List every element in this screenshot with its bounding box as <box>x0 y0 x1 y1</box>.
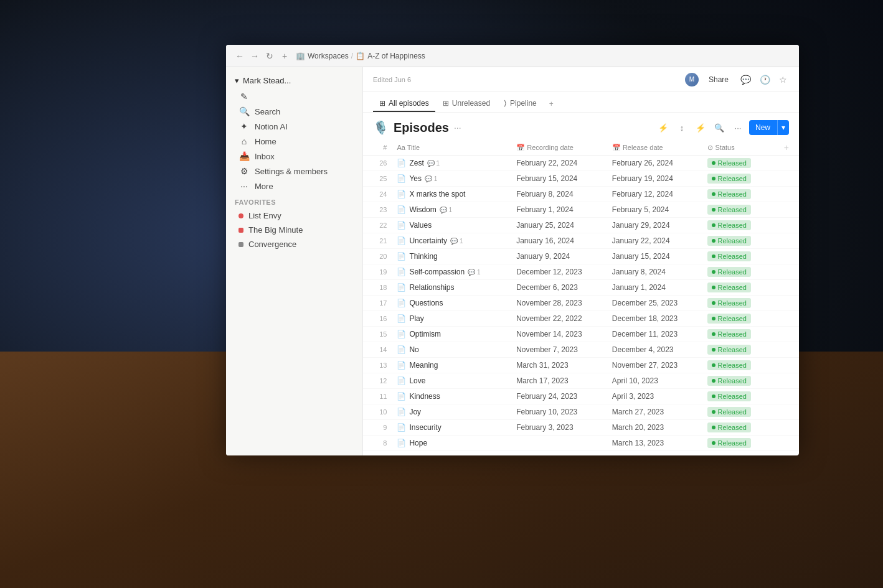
col-header-status[interactable]: ⊙ Status <box>702 140 773 156</box>
share-button[interactable]: Share <box>704 73 734 86</box>
sidebar-user-header[interactable]: ▾ Mark Stead... <box>226 72 362 89</box>
episode-title-cell[interactable]: 📄 Kindness <box>392 389 511 404</box>
episode-title-cell[interactable]: 📄 Values <box>392 218 511 233</box>
sort-button[interactable]: ↕ <box>674 120 689 135</box>
sidebar-item-notion-ai[interactable]: ✦ Notion AI <box>230 119 359 134</box>
tab-pipeline[interactable]: ⟩ Pipeline <box>498 96 543 112</box>
col-header-add[interactable]: + <box>774 140 799 156</box>
col-header-release-date[interactable]: 📅 Release date <box>607 140 703 156</box>
episode-status-cell[interactable]: Released <box>702 436 773 451</box>
table-row[interactable]: 20 📄 Thinking January 9, 2024 January 15… <box>363 249 799 264</box>
episode-status-cell[interactable]: Released <box>702 202 773 218</box>
list-envy-dot <box>238 213 243 218</box>
episode-title-cell[interactable]: 📄 Insecurity <box>392 420 511 436</box>
more-options-button[interactable]: ··· <box>730 120 745 135</box>
add-view-button[interactable]: + <box>544 97 559 111</box>
episode-title-cell[interactable]: 📄 Meaning <box>392 358 511 373</box>
sidebar-item-big-minute[interactable]: The Big Minute <box>230 223 359 237</box>
episodes-table-container[interactable]: # Aa Title 📅 Recording date � <box>363 140 799 455</box>
episode-status-cell[interactable]: Released <box>702 373 773 389</box>
hash-icon: # <box>383 144 387 151</box>
sidebar-item-inbox[interactable]: 📥 Inbox <box>230 149 359 164</box>
episode-status-cell[interactable]: Released <box>702 249 773 264</box>
episode-title-cell[interactable]: 📄 Optimism <box>392 327 511 342</box>
table-row[interactable]: 14 📄 No November 7, 2023 December 4, 202… <box>363 342 799 358</box>
tab-unreleased[interactable]: ⊞ Unreleased <box>437 96 496 112</box>
lightning-button[interactable]: ⚡ <box>693 120 708 135</box>
episode-title-cell[interactable]: 📄 Joy <box>392 404 511 420</box>
episode-status-cell[interactable]: Released <box>702 264 773 280</box>
episode-title-cell[interactable]: 📄 Yes 💬 1 <box>392 171 511 187</box>
episode-status-cell[interactable]: Released <box>702 404 773 420</box>
filter-button[interactable]: ⚡ <box>656 120 671 135</box>
episode-status-cell[interactable]: Released <box>702 389 773 404</box>
table-row[interactable]: 24 📄 X marks the spot February 8, 2024 F… <box>363 187 799 202</box>
forward-button[interactable]: → <box>248 50 261 62</box>
page-breadcrumb-title[interactable]: A-Z of Happiness <box>367 52 425 60</box>
table-row[interactable]: 22 📄 Values January 25, 2024 January 29,… <box>363 218 799 233</box>
episode-status-cell[interactable]: Released <box>702 327 773 342</box>
episode-title-cell[interactable]: 📄 Zest 💬 1 <box>392 156 511 171</box>
back-button[interactable]: ← <box>234 50 246 62</box>
comments-icon[interactable]: 💬 <box>739 73 753 86</box>
episode-status-cell[interactable]: Released <box>702 296 773 311</box>
episode-status-cell[interactable]: Released <box>702 187 773 202</box>
add-tab-button[interactable]: + <box>278 50 291 62</box>
episode-title-cell[interactable]: 📄 Questions <box>392 296 511 311</box>
sidebar-item-list-envy[interactable]: List Envy <box>230 208 359 223</box>
sidebar-item-search[interactable]: 🔍 Search <box>230 104 359 119</box>
episode-title-cell[interactable]: 📄 Play <box>392 311 511 327</box>
table-row[interactable]: 9 📄 Insecurity February 3, 2023 March 20… <box>363 420 799 436</box>
table-row[interactable]: 8 📄 Hope March 13, 2023 Released <box>363 436 799 451</box>
episode-title-cell[interactable]: 📄 X marks the spot <box>392 187 511 202</box>
table-row[interactable]: 15 📄 Optimism November 14, 2023 December… <box>363 327 799 342</box>
new-button-arrow[interactable]: ▾ <box>777 120 789 135</box>
db-options-icon[interactable]: ··· <box>454 123 461 133</box>
table-row[interactable]: 21 📄 Uncertainty 💬 1 January 16, 2024 Ja… <box>363 233 799 249</box>
search-button[interactable]: 🔍 <box>712 120 727 135</box>
reload-button[interactable]: ↻ <box>263 50 276 62</box>
table-row[interactable]: 10 📄 Joy February 10, 2023 March 27, 202… <box>363 404 799 420</box>
table-row[interactable]: 17 📄 Questions November 28, 2023 Decembe… <box>363 296 799 311</box>
add-column-button[interactable]: + <box>779 141 794 154</box>
episode-status-cell[interactable]: Released <box>702 420 773 436</box>
tab-all-episodes[interactable]: ⊞ All episodes <box>373 96 435 112</box>
episode-status-cell[interactable]: Released <box>702 311 773 327</box>
table-row[interactable]: 11 📄 Kindness February 24, 2023 April 3,… <box>363 389 799 404</box>
col-header-title[interactable]: Aa Title <box>392 140 511 156</box>
episode-status-cell[interactable]: Released <box>702 171 773 187</box>
episode-title-cell[interactable]: 📄 Uncertainty 💬 1 <box>392 233 511 249</box>
episode-status-cell[interactable]: Released <box>702 156 773 171</box>
episode-title-cell[interactable]: 📄 Wisdom 💬 1 <box>392 202 511 218</box>
table-row[interactable]: 12 📄 Love March 17, 2023 April 10, 2023 … <box>363 373 799 389</box>
episode-title-cell[interactable]: 📄 No <box>392 342 511 358</box>
table-row[interactable]: 23 📄 Wisdom 💬 1 February 1, 2024 Februar… <box>363 202 799 218</box>
sidebar-item-settings[interactable]: ⚙ Settings & members <box>230 164 359 179</box>
table-row[interactable]: 16 📄 Play November 22, 2022 December 18,… <box>363 311 799 327</box>
table-row[interactable]: 13 📄 Meaning March 31, 2023 November 27,… <box>363 358 799 373</box>
episode-title-cell[interactable]: 📄 Thinking <box>392 249 511 264</box>
episode-status-cell[interactable]: Released <box>702 280 773 296</box>
episode-status-cell[interactable]: Released <box>702 342 773 358</box>
workspaces-label[interactable]: Workspaces <box>308 52 349 60</box>
episode-status-cell[interactable]: Released <box>702 233 773 249</box>
episode-status-cell[interactable]: Released <box>702 358 773 373</box>
sidebar-item-convergence[interactable]: Convergence <box>230 237 359 251</box>
history-icon[interactable]: 🕐 <box>758 73 772 86</box>
episode-title-cell[interactable]: 📄 Self-compassion 💬 1 <box>392 264 511 280</box>
table-row[interactable]: 18 📄 Relationships December 6, 2023 Janu… <box>363 280 799 296</box>
col-header-recording-date[interactable]: 📅 Recording date <box>511 140 607 156</box>
favorite-icon[interactable]: ☆ <box>777 73 789 86</box>
new-record-button[interactable]: New ▾ <box>749 120 789 135</box>
sidebar-item-home[interactable]: ⌂ Home <box>230 134 359 149</box>
table-row[interactable]: 19 📄 Self-compassion 💬 1 December 12, 20… <box>363 264 799 280</box>
sidebar-item-edit[interactable]: ✎ <box>230 89 359 104</box>
sidebar-item-more[interactable]: ··· More <box>230 179 359 194</box>
episode-title-cell[interactable]: 📄 Hope <box>392 436 511 451</box>
episode-status-cell[interactable]: Released <box>702 218 773 233</box>
episode-title-cell[interactable]: 📄 Love <box>392 373 511 389</box>
table-row[interactable]: 25 📄 Yes 💬 1 February 15, 2024 February … <box>363 171 799 187</box>
table-row[interactable]: 26 📄 Zest 💬 1 February 22, 2024 February… <box>363 156 799 171</box>
page-icon: 📄 <box>397 283 406 292</box>
episode-title-cell[interactable]: 📄 Relationships <box>392 280 511 296</box>
